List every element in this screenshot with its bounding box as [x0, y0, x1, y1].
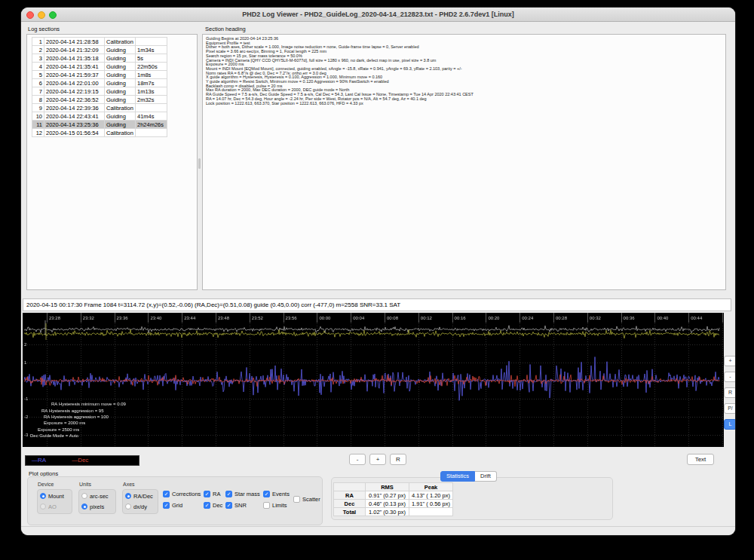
log-row-duration	[136, 104, 167, 112]
graph-zoom-in-button[interactable]: +	[724, 356, 735, 366]
checkbox-star-mass[interactable]: Star mass	[225, 490, 260, 497]
log-row-datetime: 2020-04-14 22:39:36	[44, 104, 105, 112]
log-row-type: Calibration	[105, 129, 136, 137]
graph-length-mode-button[interactable]: L	[724, 419, 735, 430]
checkbox-dec[interactable]: Dec	[204, 501, 222, 509]
radio-unselected-icon	[125, 503, 131, 510]
panel-splitter[interactable]	[198, 157, 201, 170]
checkbox-corrections[interactable]: Corrections	[163, 490, 201, 497]
graph-vreset-button[interactable]: R	[724, 387, 735, 398]
log-row-duration: 18m7s	[136, 79, 167, 87]
checkbox-checked-icon	[204, 491, 210, 497]
checkbox-scatter[interactable]: Scatter	[293, 495, 320, 503]
hscale-minus-button[interactable]: -	[349, 454, 366, 465]
device-option-mount[interactable]: Mount	[40, 491, 72, 500]
log-section-row[interactable]: 32020-04-14 21:35:18Guiding5s	[32, 54, 167, 63]
stats-rms-value: 0.91" (0.27 px)	[366, 491, 409, 500]
log-row-number: 6	[32, 79, 44, 87]
log-row-type: Guiding	[105, 71, 136, 79]
checkbox-label: SNR	[234, 502, 247, 509]
checkbox-ra[interactable]: RA	[204, 490, 220, 497]
axes-group: RA/Decdx/dy	[122, 489, 158, 514]
log-row-number: 12	[32, 129, 44, 137]
radio-label: Mount	[48, 493, 64, 500]
log-row-datetime: 2020-04-15 01:56:54	[44, 129, 105, 137]
log-row-datetime: 2020-04-14 21:59:37	[44, 71, 105, 79]
log-section-row[interactable]: 12020-04-14 21:28:58Calibration	[32, 38, 167, 46]
section-heading-label: Section heading	[205, 26, 246, 32]
checkbox-checked-icon	[163, 491, 170, 497]
axes-group-label: Axes	[123, 482, 135, 487]
log-row-duration: 5s	[136, 54, 167, 63]
radio-label: AO	[48, 503, 57, 510]
log-section-row[interactable]: 62020-04-14 22:01:00Guiding18m7s	[32, 79, 167, 87]
log-section-row[interactable]: 52020-04-14 21:59:37Guiding1m8s	[32, 71, 167, 79]
axes-option-ra-dec[interactable]: RA/Dec	[125, 491, 158, 500]
graph-zoom-out-button[interactable]: -	[724, 372, 735, 382]
graph-pixel-mode-button[interactable]: P/	[724, 403, 735, 414]
log-row-datetime: 2020-04-14 21:35:41	[44, 63, 105, 71]
log-section-row[interactable]: 112020-04-14 23:25:36Guiding2h24m26s	[32, 121, 167, 129]
guide-graph[interactable]	[23, 313, 724, 447]
log-row-datetime: 2020-04-14 23:25:36	[44, 121, 105, 129]
device-option-ao[interactable]: AO	[40, 502, 72, 511]
log-section-row[interactable]: 102020-04-14 22:43:41Guiding41m4s	[32, 112, 167, 121]
stats-tabs: StatisticsDrift	[440, 471, 497, 482]
log-sections-table: 12020-04-14 21:28:58Calibration22020-04-…	[32, 37, 167, 137]
log-row-datetime: 2020-04-14 22:01:00	[44, 79, 105, 87]
log-row-number: 7	[32, 87, 44, 96]
units-option-pixels[interactable]: pixels	[81, 502, 115, 511]
graph-legend: —RA—Dec	[25, 455, 139, 466]
hscale-reset-button[interactable]: R	[390, 454, 406, 465]
hscale-plus-button[interactable]: +	[369, 454, 386, 465]
log-row-type: Guiding	[105, 63, 136, 71]
close-button[interactable]	[26, 11, 34, 19]
checkbox-grid[interactable]: Grid	[163, 501, 182, 509]
log-section-row[interactable]: 82020-04-14 22:36:52Guiding2m32s	[32, 96, 167, 104]
checkbox-label: RA	[213, 491, 220, 497]
checkbox-snr[interactable]: SNR	[225, 501, 247, 509]
stats-rms-header: RMS	[366, 483, 409, 491]
units-option-arc-sec[interactable]: arc-sec	[81, 491, 115, 500]
log-section-row[interactable]: 92020-04-14 22:39:36Calibration	[32, 104, 167, 112]
stats-peak-value	[409, 508, 453, 516]
checkbox-label: Dec	[213, 502, 222, 509]
axes-option-dx-dy[interactable]: dx/dy	[125, 502, 158, 511]
minimize-button[interactable]	[38, 11, 45, 19]
checkbox-label: Scatter	[302, 496, 320, 503]
log-section-row[interactable]: 42020-04-14 21:35:41Guiding22m50s	[32, 63, 167, 71]
checkbox-checked-icon	[204, 502, 210, 509]
maximize-button[interactable]	[49, 11, 57, 19]
title-bar[interactable]: PHD2 Log Viewer - PHD2_GuideLog_2020-04-…	[21, 8, 735, 22]
device-group: MountAO	[37, 489, 72, 514]
checkbox-checked-icon	[225, 502, 232, 509]
log-section-row[interactable]: 122020-04-15 01:56:54Calibration	[32, 129, 167, 137]
checkbox-label: Corrections	[172, 491, 201, 497]
legend-ra: —RA	[32, 457, 46, 464]
stats-peak-header: Peak	[409, 483, 453, 491]
checkbox-events[interactable]: Events	[263, 490, 290, 497]
checkbox-label: Limits	[272, 502, 287, 509]
section-heading-text: Guiding Begins at 2020-04-14 23:25:36Equ…	[206, 37, 474, 106]
tab-statistics[interactable]: Statistics	[440, 471, 475, 482]
log-row-datetime: 2020-04-14 21:28:58	[44, 38, 105, 46]
legend-dec: —Dec	[72, 457, 88, 464]
log-section-row[interactable]: 72020-04-14 22:19:15Guiding1m13s	[32, 87, 167, 96]
log-row-duration: 41m4s	[136, 112, 167, 121]
log-row-number: 1	[32, 38, 44, 46]
log-row-duration: 1m8s	[136, 71, 167, 79]
log-row-datetime: 2020-04-14 21:35:18	[44, 54, 105, 63]
checkbox-limits[interactable]: Limits	[263, 501, 287, 509]
radio-unselected-icon	[40, 503, 46, 510]
log-row-type: Calibration	[105, 104, 136, 112]
phd2-log-viewer-window: PHD2 Log Viewer - PHD2_GuideLog_2020-04-…	[21, 8, 735, 535]
status-text: 2020-04-15 00:17:30 Frame 1084 t=3114.72…	[26, 301, 400, 308]
log-row-type: Guiding	[105, 87, 136, 96]
checkbox-checked-icon	[225, 491, 232, 497]
tab-drift[interactable]: Drift	[475, 471, 497, 482]
text-view-button[interactable]: Text	[687, 454, 714, 465]
log-row-duration: 2h24m26s	[136, 121, 167, 129]
log-row-number: 3	[32, 54, 44, 63]
checkbox-checked-icon	[263, 491, 270, 497]
log-section-row[interactable]: 22020-04-14 21:32:09Guiding1m34s	[32, 46, 167, 54]
